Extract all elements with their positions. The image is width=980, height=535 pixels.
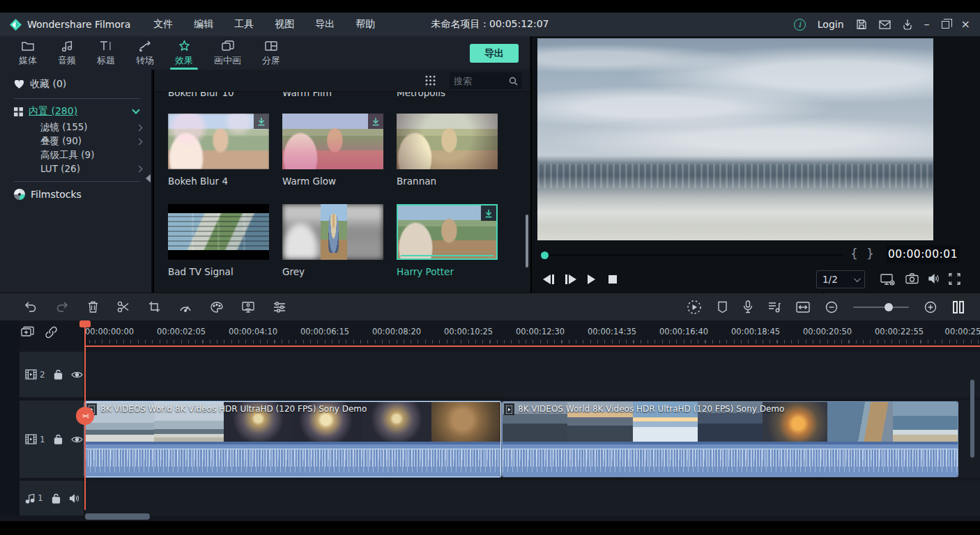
marker-icon[interactable] xyxy=(717,301,728,313)
lock-track-icon[interactable] xyxy=(54,369,63,380)
sidebar-item-favorites[interactable]: 收藏 (0) xyxy=(14,78,66,91)
playback-quality-dropdown[interactable]: 1/2 xyxy=(816,270,865,288)
lock-track-icon[interactable] xyxy=(54,434,63,444)
effect-card-bad-tv-signal[interactable]: Bad TV Signal xyxy=(168,204,269,277)
adjust-sliders-icon[interactable] xyxy=(273,302,286,313)
playhead-scissors-icon[interactable]: ✂ xyxy=(76,407,94,425)
playhead-handle[interactable] xyxy=(541,251,549,259)
motion-track-icon[interactable] xyxy=(242,301,254,313)
effects-header xyxy=(154,70,530,92)
add-track-icon[interactable] xyxy=(21,326,35,339)
speed-icon[interactable] xyxy=(179,302,192,312)
tab-effects[interactable]: 效果 xyxy=(164,36,204,70)
fit-to-timeline-icon[interactable] xyxy=(796,302,810,313)
crop-icon[interactable] xyxy=(148,301,160,313)
menu-export[interactable]: 导出 xyxy=(305,18,345,31)
snapshot-camera-icon[interactable] xyxy=(905,273,919,284)
download-update-icon[interactable] xyxy=(903,19,912,30)
tab-media[interactable]: 媒体 xyxy=(8,36,47,70)
delete-icon[interactable] xyxy=(88,301,98,313)
timeline-vertical-scrollbar[interactable] xyxy=(970,380,974,458)
sidebar-item-advanced-tools[interactable]: 高级工具 (9) xyxy=(40,149,141,162)
timeline-clip-1[interactable]: 8K VIDEOS World 8K Videos HDR UltraHD (1… xyxy=(85,402,500,476)
audio-track-1-header[interactable]: 1 xyxy=(20,481,84,515)
mark-out-icon[interactable]: } xyxy=(866,247,874,261)
tab-splitscreen[interactable]: 分屏 xyxy=(252,36,291,70)
close-button[interactable]: × xyxy=(961,19,970,30)
fullscreen-icon[interactable] xyxy=(949,273,960,285)
menu-tools[interactable]: 工具 xyxy=(224,18,264,31)
panel-collapse-arrow-icon[interactable] xyxy=(146,174,151,183)
color-palette-icon[interactable] xyxy=(210,302,223,313)
effect-thumbnail xyxy=(282,114,383,169)
timeline-horizontal-scrollbar[interactable] xyxy=(85,513,150,520)
audio-track-1-lane[interactable] xyxy=(20,481,980,515)
track-panel-toggle-icon[interactable] xyxy=(952,300,965,314)
mute-track-icon[interactable] xyxy=(69,494,80,503)
link-clips-icon[interactable] xyxy=(45,326,58,339)
info-icon[interactable]: i xyxy=(794,19,806,31)
tab-pip[interactable]: 画中画 xyxy=(204,36,252,70)
tab-transitions[interactable]: 转场 xyxy=(125,36,164,70)
video-track-2-header[interactable]: 2 xyxy=(20,352,84,397)
zoom-out-icon[interactable] xyxy=(825,301,838,313)
save-icon[interactable] xyxy=(856,19,867,30)
zoom-slider-handle[interactable] xyxy=(885,303,893,311)
split-scissors-icon[interactable] xyxy=(117,301,130,313)
window-bottom-edge xyxy=(0,521,980,535)
menu-edit[interactable]: 编辑 xyxy=(183,18,224,31)
redo-icon[interactable] xyxy=(56,302,69,312)
restore-button[interactable] xyxy=(942,21,949,29)
effect-name: Warm Film xyxy=(282,92,332,98)
sidebar-item-builtin[interactable]: 内置 (280) xyxy=(14,105,77,118)
zoom-in-icon[interactable] xyxy=(924,301,937,313)
mail-icon[interactable] xyxy=(879,20,891,29)
display-settings-icon[interactable] xyxy=(880,273,896,286)
sidebar-item-filters[interactable]: 滤镜 (155) xyxy=(40,121,141,134)
tab-titles[interactable]: 标题 xyxy=(86,36,125,70)
sidebar-item-lut[interactable]: LUT (26) xyxy=(40,163,141,174)
video-track-2-lane[interactable] xyxy=(20,352,980,397)
mark-in-icon[interactable]: { xyxy=(850,247,858,261)
timeline-ruler[interactable]: 00:00:00:00 00:00:02:05 00:00:04:10 00:0… xyxy=(84,320,980,346)
timeline-clip-2[interactable]: 8K VIDEOS World 8K Videos HDR UltraHD (1… xyxy=(503,402,958,476)
sidebar-item-filmstocks[interactable]: Filmstocks xyxy=(14,189,82,200)
audio-mixer-icon[interactable] xyxy=(768,301,781,313)
effect-card-warm-glow[interactable]: Warm Glow xyxy=(282,114,383,187)
video-track-1-header[interactable]: 1 xyxy=(20,401,84,478)
preview-video[interactable] xyxy=(537,38,933,240)
undo-icon[interactable] xyxy=(24,302,37,312)
tab-audio[interactable]: 音频 xyxy=(47,36,86,70)
next-frame-button[interactable] xyxy=(565,274,576,284)
play-button[interactable] xyxy=(588,274,595,284)
toggle-visibility-icon[interactable] xyxy=(71,435,83,444)
filmora-logo-icon xyxy=(10,19,22,31)
effect-card-bokeh-blur-4[interactable]: Bokeh Blur 4 xyxy=(168,114,269,187)
record-voiceover-icon[interactable] xyxy=(743,300,753,313)
toggle-visibility-icon[interactable] xyxy=(71,371,83,379)
stop-button[interactable] xyxy=(608,275,617,284)
menu-view[interactable]: 视图 xyxy=(264,18,305,31)
minimize-button[interactable]: – xyxy=(924,19,930,30)
login-button[interactable]: Login xyxy=(818,19,844,30)
chevron-down-icon[interactable] xyxy=(132,106,139,114)
effects-scrollbar[interactable] xyxy=(526,215,528,268)
menu-help[interactable]: 帮助 xyxy=(345,18,385,31)
search-icon[interactable] xyxy=(509,77,518,86)
tab-label-audio: 音频 xyxy=(58,54,76,67)
menu-file[interactable]: 文件 xyxy=(143,18,183,31)
effect-card-harry-potter[interactable]: Harry Potter xyxy=(397,204,498,277)
timeline-zoom-slider[interactable] xyxy=(853,307,909,308)
effect-card-grey[interactable]: Grey xyxy=(282,204,383,277)
render-preview-icon[interactable] xyxy=(687,300,702,315)
effect-card-brannan[interactable]: Brannan xyxy=(397,114,498,187)
ruler-label: 00:00:25:0 xyxy=(945,327,980,336)
export-button[interactable]: 导出 xyxy=(470,44,519,63)
sidebar-item-overlays[interactable]: 叠覆 (90) xyxy=(40,135,141,148)
lock-track-icon[interactable] xyxy=(52,493,61,504)
search-input[interactable] xyxy=(454,76,509,86)
seek-bar[interactable] xyxy=(550,254,843,256)
previous-frame-button[interactable] xyxy=(543,274,554,284)
grid-view-icon[interactable] xyxy=(424,75,436,86)
volume-icon[interactable] xyxy=(928,273,940,284)
